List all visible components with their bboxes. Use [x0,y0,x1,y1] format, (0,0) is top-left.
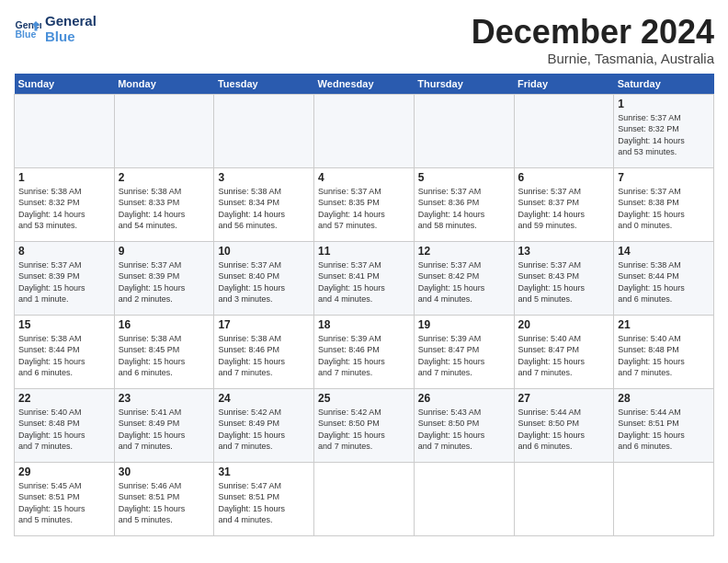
calendar-cell: 7Sunrise: 5:37 AM Sunset: 8:38 PM Daylig… [614,167,714,241]
header-row: Sunday Monday Tuesday Wednesday Thursday… [15,74,714,95]
day-info: Sunrise: 5:37 AM Sunset: 8:35 PM Dayligh… [318,186,410,232]
calendar-cell: 6Sunrise: 5:37 AM Sunset: 8:37 PM Daylig… [514,167,614,241]
day-info: Sunrise: 5:45 AM Sunset: 8:51 PM Dayligh… [18,480,110,526]
calendar-cell: 25Sunrise: 5:42 AM Sunset: 8:50 PM Dayli… [314,388,415,462]
header-friday: Friday [514,74,614,95]
day-info: Sunrise: 5:38 AM Sunset: 8:46 PM Dayligh… [218,333,310,379]
day-info: Sunrise: 5:38 AM Sunset: 8:34 PM Dayligh… [218,186,310,232]
day-number: 24 [218,392,310,405]
calendar-cell: 29Sunrise: 5:45 AM Sunset: 8:51 PM Dayli… [15,462,115,535]
day-info: Sunrise: 5:41 AM Sunset: 8:49 PM Dayligh… [119,407,210,453]
day-number: 7 [618,171,710,184]
day-number: 13 [518,245,610,258]
calendar-week-4: 22Sunrise: 5:40 AM Sunset: 8:48 PM Dayli… [15,388,714,462]
day-info: Sunrise: 5:40 AM Sunset: 8:48 PM Dayligh… [18,407,110,453]
calendar-cell: 13Sunrise: 5:37 AM Sunset: 8:43 PM Dayli… [514,241,614,315]
header-thursday: Thursday [414,74,514,95]
day-info: Sunrise: 5:38 AM Sunset: 8:44 PM Dayligh… [18,333,110,379]
calendar-cell: 14Sunrise: 5:38 AM Sunset: 8:44 PM Dayli… [614,241,714,315]
day-info: Sunrise: 5:37 AM Sunset: 8:39 PM Dayligh… [119,259,210,305]
day-number: 4 [318,171,410,184]
day-number: 16 [119,318,210,331]
header-tuesday: Tuesday [214,74,314,95]
day-number: 31 [218,465,310,478]
calendar-cell: 31Sunrise: 5:47 AM Sunset: 8:51 PM Dayli… [214,462,314,535]
calendar-cell: 30Sunrise: 5:46 AM Sunset: 8:51 PM Dayli… [114,462,214,535]
calendar-cell: 26Sunrise: 5:43 AM Sunset: 8:50 PM Dayli… [414,388,514,462]
calendar-cell [414,94,514,167]
day-number: 2 [119,171,210,184]
day-number: 11 [318,245,410,258]
calendar-cell: 3Sunrise: 5:38 AM Sunset: 8:34 PM Daylig… [214,167,314,241]
calendar-cell: 28Sunrise: 5:44 AM Sunset: 8:51 PM Dayli… [614,388,714,462]
calendar-cell [614,462,714,535]
calendar-table: Sunday Monday Tuesday Wednesday Thursday… [14,74,714,536]
day-number: 5 [418,171,510,184]
calendar-cell [214,94,314,167]
day-info: Sunrise: 5:44 AM Sunset: 8:50 PM Dayligh… [518,407,610,453]
header-monday: Monday [114,74,214,95]
calendar-week-3: 15Sunrise: 5:38 AM Sunset: 8:44 PM Dayli… [15,315,714,388]
calendar-cell [414,462,514,535]
day-number: 23 [119,392,210,405]
day-number: 12 [418,245,510,258]
calendar-cell [314,462,415,535]
page: General Blue General Blue December 2024 … [0,0,728,563]
day-info: Sunrise: 5:37 AM Sunset: 8:41 PM Dayligh… [318,259,410,305]
day-info: Sunrise: 5:38 AM Sunset: 8:45 PM Dayligh… [119,333,210,379]
logo-general: General [45,14,97,29]
day-number: 22 [18,392,110,405]
svg-text:Blue: Blue [16,29,37,40]
day-info: Sunrise: 5:47 AM Sunset: 8:51 PM Dayligh… [218,480,310,526]
calendar-cell [314,94,415,167]
day-info: Sunrise: 5:37 AM Sunset: 8:39 PM Dayligh… [18,259,110,305]
title-block: December 2024 Burnie, Tasmania, Australi… [472,14,714,66]
header-wednesday: Wednesday [314,74,415,95]
day-info: Sunrise: 5:38 AM Sunset: 8:32 PM Dayligh… [18,186,110,232]
calendar-cell: 8Sunrise: 5:37 AM Sunset: 8:39 PM Daylig… [15,241,115,315]
day-number: 25 [318,392,410,405]
day-info: Sunrise: 5:39 AM Sunset: 8:46 PM Dayligh… [318,333,410,379]
day-number: 26 [418,392,510,405]
day-info: Sunrise: 5:42 AM Sunset: 8:49 PM Dayligh… [218,407,310,453]
day-number: 20 [518,318,610,331]
calendar-cell [114,94,214,167]
day-info: Sunrise: 5:46 AM Sunset: 8:51 PM Dayligh… [119,480,210,526]
calendar-cell: 24Sunrise: 5:42 AM Sunset: 8:49 PM Dayli… [214,388,314,462]
day-number: 18 [318,318,410,331]
day-number: 9 [119,245,210,258]
day-info: Sunrise: 5:37 AM Sunset: 8:38 PM Dayligh… [618,186,710,232]
day-number: 28 [618,392,710,405]
header-saturday: Saturday [614,74,714,95]
day-number: 1 [618,98,710,110]
calendar-week-5: 29Sunrise: 5:45 AM Sunset: 8:51 PM Dayli… [15,462,714,535]
calendar-cell: 27Sunrise: 5:44 AM Sunset: 8:50 PM Dayli… [514,388,614,462]
calendar-week-0: 1Sunrise: 5:37 AM Sunset: 8:32 PM Daylig… [15,94,714,167]
calendar-cell: 20Sunrise: 5:40 AM Sunset: 8:47 PM Dayli… [514,315,614,388]
day-number: 8 [18,245,110,258]
calendar-cell: 9Sunrise: 5:37 AM Sunset: 8:39 PM Daylig… [114,241,214,315]
header: General Blue General Blue December 2024 … [14,14,714,66]
calendar-cell: 19Sunrise: 5:39 AM Sunset: 8:47 PM Dayli… [414,315,514,388]
month-title: December 2024 [472,14,714,51]
calendar-cell: 16Sunrise: 5:38 AM Sunset: 8:45 PM Dayli… [114,315,214,388]
day-info: Sunrise: 5:37 AM Sunset: 8:36 PM Dayligh… [418,186,510,232]
calendar-cell: 21Sunrise: 5:40 AM Sunset: 8:48 PM Dayli… [614,315,714,388]
day-number: 21 [618,318,710,331]
day-number: 15 [18,318,110,331]
day-info: Sunrise: 5:42 AM Sunset: 8:50 PM Dayligh… [318,407,410,453]
logo: General Blue General Blue [14,14,97,44]
day-info: Sunrise: 5:40 AM Sunset: 8:47 PM Dayligh… [518,333,610,379]
calendar-cell: 11Sunrise: 5:37 AM Sunset: 8:41 PM Dayli… [314,241,415,315]
day-info: Sunrise: 5:38 AM Sunset: 8:44 PM Dayligh… [618,259,710,305]
day-number: 27 [518,392,610,405]
calendar-cell: 18Sunrise: 5:39 AM Sunset: 8:46 PM Dayli… [314,315,415,388]
day-number: 19 [418,318,510,331]
calendar-cell: 2Sunrise: 5:38 AM Sunset: 8:33 PM Daylig… [114,167,214,241]
calendar-cell: 23Sunrise: 5:41 AM Sunset: 8:49 PM Dayli… [114,388,214,462]
day-number: 6 [518,171,610,184]
day-info: Sunrise: 5:39 AM Sunset: 8:47 PM Dayligh… [418,333,510,379]
logo-blue: Blue [45,29,97,45]
day-info: Sunrise: 5:43 AM Sunset: 8:50 PM Dayligh… [418,407,510,453]
day-info: Sunrise: 5:40 AM Sunset: 8:48 PM Dayligh… [618,333,710,379]
